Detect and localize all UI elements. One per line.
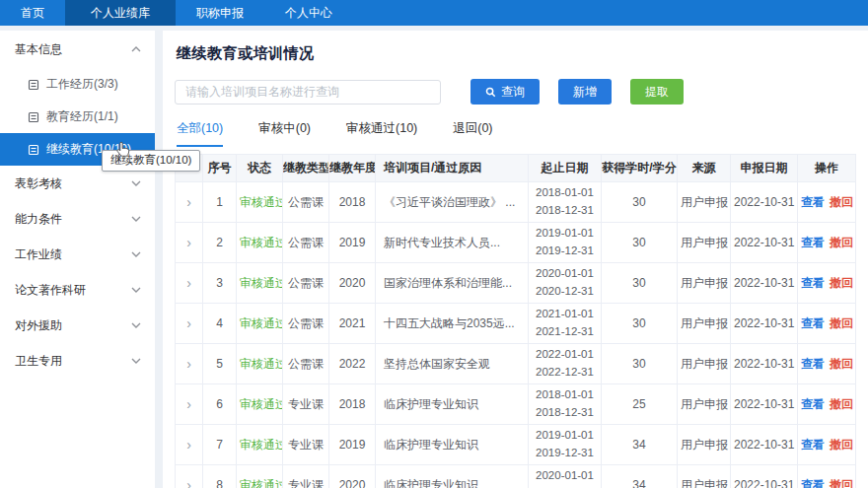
- sidebar-item-education-experience[interactable]: 教育经历(1/1): [0, 101, 155, 133]
- withdraw-link[interactable]: 撤回: [830, 438, 853, 452]
- chevron-down-icon: [131, 287, 141, 293]
- cell-declare-date: 2022-10-31: [731, 223, 798, 263]
- cell-credits: 30: [602, 304, 678, 344]
- search-input[interactable]: [175, 80, 441, 105]
- withdraw-link[interactable]: 撤回: [830, 357, 853, 371]
- cell-status: 审核通过: [237, 263, 283, 304]
- cell-date-range: 2020-01-01 2020-12-31: [529, 263, 602, 304]
- sidebar-group-work-performance[interactable]: 工作业绩: [0, 237, 155, 272]
- withdraw-link[interactable]: 撤回: [830, 236, 853, 249]
- cell-project: 国家治理体系和治理能...: [376, 263, 529, 304]
- cell-date-range: 2022-01-01 2022-12-31: [529, 344, 602, 384]
- tab-all[interactable]: 全部(10): [177, 120, 223, 147]
- extract-button[interactable]: 提取: [630, 79, 684, 105]
- withdraw-link[interactable]: 撤回: [830, 195, 853, 209]
- add-button[interactable]: 新增: [558, 79, 612, 105]
- expand-row-icon[interactable]: ›: [186, 195, 191, 209]
- query-button[interactable]: 查询: [470, 79, 540, 105]
- cell-type: 公需课: [283, 182, 329, 223]
- date-start: 2019-01-01: [532, 427, 598, 445]
- view-link[interactable]: 查看: [801, 397, 825, 411]
- cell-declare-date: 2022-10-31: [731, 304, 798, 344]
- tab-approved[interactable]: 审核通过(10): [346, 120, 417, 147]
- document-icon: [28, 111, 39, 123]
- cell-declare-date: 2022-10-31: [731, 344, 798, 384]
- withdraw-link[interactable]: 撤回: [830, 316, 853, 330]
- view-link[interactable]: 查看: [801, 478, 825, 488]
- cell-year: 2018: [329, 182, 376, 223]
- top-navbar: 首页 个人业绩库 职称申报 个人中心: [0, 0, 868, 26]
- chevron-down-icon: [131, 180, 141, 186]
- table-row: › 3 审核通过 公需课 2020 国家治理体系和治理能... 2020-01-…: [176, 263, 856, 304]
- records-table: 序号 状态 继教类型 继教年度 培训项目/通过原因 起止日期 获得学时/学分 来…: [175, 154, 856, 488]
- cell-date-range: 2020-01-01 2020-12-31: [529, 465, 602, 488]
- cell-status: 审核通过: [237, 465, 283, 488]
- date-end: 2019-12-31: [532, 243, 598, 260]
- sidebar-item-work-experience[interactable]: 工作经历(3/3): [0, 68, 155, 101]
- view-link[interactable]: 查看: [801, 357, 825, 371]
- nav-item-personal-performance[interactable]: 个人业绩库: [65, 0, 176, 26]
- cell-year: 2019: [329, 223, 376, 263]
- sidebar-group-ability-conditions[interactable]: 能力条件: [0, 201, 155, 237]
- cell-year: 2020: [329, 263, 376, 304]
- header-source: 来源: [678, 155, 731, 182]
- view-link[interactable]: 查看: [801, 316, 825, 330]
- withdraw-link[interactable]: 撤回: [830, 276, 853, 290]
- chevron-down-icon: [131, 216, 141, 222]
- sidebar-group-label: 工作业绩: [15, 246, 62, 263]
- sidebar-group-health-special[interactable]: 卫生专用: [0, 343, 155, 379]
- cell-type: 公需课: [283, 344, 329, 384]
- cell-operations: 查看撤回: [798, 425, 856, 465]
- sidebar-group-foreign-aid[interactable]: 对外援助: [0, 308, 155, 343]
- toolbar: 查询 新增 提取: [175, 79, 856, 105]
- sidebar-group-papers-research[interactable]: 论文著作科研: [0, 272, 155, 308]
- sidebar-group-basic-info[interactable]: 基本信息: [0, 31, 155, 68]
- tab-under-review[interactable]: 审核中(0): [258, 120, 311, 147]
- expand-row-icon[interactable]: ›: [186, 438, 191, 452]
- date-start: 2020-01-01: [532, 265, 598, 283]
- expand-row-icon[interactable]: ›: [186, 357, 191, 371]
- cell-date-range: 2018-01-01 2018-12-31: [529, 182, 602, 223]
- view-link[interactable]: 查看: [801, 276, 825, 290]
- table-row: › 8 审核通过 专业课 2020 临床护理专业知识 2020-01-01 20…: [176, 465, 856, 488]
- header-year: 继教年度: [329, 155, 376, 182]
- date-end: 2018-12-31: [532, 404, 598, 422]
- cell-project: 十四五大战略与2035远...: [376, 304, 529, 344]
- cell-seq: 7: [203, 425, 237, 465]
- cell-project: 临床护理专业知识: [376, 465, 529, 488]
- view-link[interactable]: 查看: [801, 195, 825, 209]
- nav-item-home[interactable]: 首页: [0, 0, 65, 26]
- nav-item-title-declaration[interactable]: 职称申报: [176, 0, 264, 26]
- expand-row-icon[interactable]: ›: [186, 316, 191, 330]
- sidebar-group-label: 基本信息: [15, 41, 62, 58]
- cell-seq: 4: [203, 304, 237, 344]
- date-end: 2022-12-31: [532, 364, 598, 382]
- cell-status: 审核通过: [237, 182, 283, 223]
- date-start: 2018-01-01: [532, 386, 598, 404]
- cell-operations: 查看撤回: [798, 182, 856, 223]
- cell-project: 坚持总体国家安全观: [376, 344, 529, 384]
- withdraw-link[interactable]: 撤回: [830, 397, 853, 411]
- expand-row-icon[interactable]: ›: [186, 397, 191, 411]
- table-row: › 2 审核通过 公需课 2019 新时代专业技术人员... 2019-01-0…: [176, 223, 856, 263]
- tab-returned[interactable]: 退回(0): [453, 120, 492, 147]
- nav-item-personal-center[interactable]: 个人中心: [264, 0, 353, 26]
- expand-row-icon[interactable]: ›: [186, 236, 191, 249]
- view-link[interactable]: 查看: [801, 236, 825, 249]
- withdraw-link[interactable]: 撤回: [830, 478, 853, 488]
- cell-operations: 查看撤回: [798, 384, 856, 425]
- sidebar: 基本信息 工作经历(3/3) 教育经历(1/1) 继续教育(10/10) 表彰考…: [0, 31, 155, 488]
- query-button-label: 查询: [501, 84, 525, 101]
- table-row: › 5 审核通过 公需课 2022 坚持总体国家安全观 2022-01-01 2…: [176, 344, 856, 384]
- date-end: 2020-12-31: [532, 283, 598, 301]
- header-project: 培训项目/通过原因: [376, 155, 529, 182]
- cell-source: 用户申报: [678, 465, 731, 488]
- cell-type: 专业课: [283, 384, 329, 425]
- view-link[interactable]: 查看: [801, 438, 825, 452]
- expand-row-icon[interactable]: ›: [186, 478, 191, 488]
- cell-year: 2020: [329, 465, 376, 488]
- sidebar-group-label: 表彰考核: [15, 175, 62, 192]
- search-icon: [485, 87, 496, 98]
- expand-row-icon[interactable]: ›: [186, 276, 191, 290]
- cell-declare-date: 2022-10-31: [731, 384, 798, 425]
